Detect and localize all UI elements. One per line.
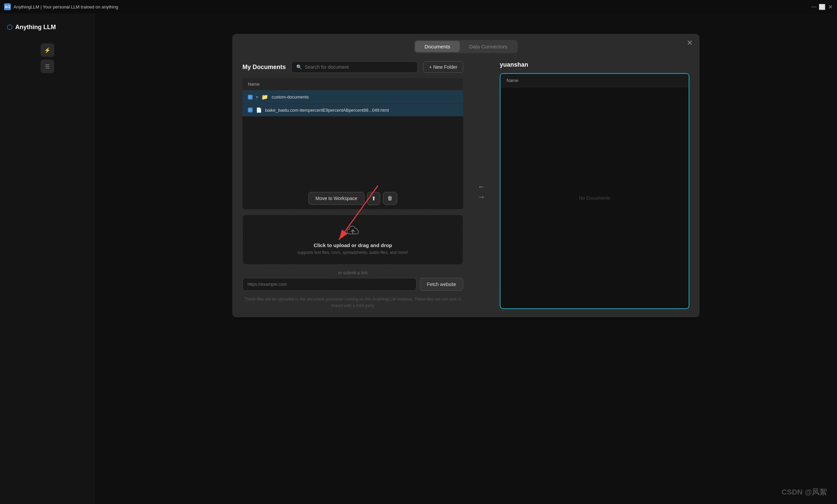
sidebar-logo: ⬡ Anything LLM	[0, 14, 95, 41]
left-arrow-icon: ←	[478, 182, 485, 191]
app-title: AnythingLLM | Your personal LLM trained …	[14, 4, 118, 10]
chevron-icon: ▾	[256, 95, 258, 100]
tab-bar: Documents Data Connectors	[232, 34, 699, 53]
folder-row-custom-documents[interactable]: ✓ ▾ 📁 custom-documents	[243, 90, 463, 104]
minimize-button[interactable]: —	[811, 4, 817, 10]
link-section: or submit a link Fetch website	[243, 270, 463, 291]
file-list: Name ✓ ▾ 📁 custom-documents ✓ 📄 b	[243, 78, 463, 209]
search-box[interactable]: 🔍	[291, 61, 418, 73]
workspace-docs-header: Name	[500, 74, 689, 87]
watermark: CSDN @风絮	[782, 487, 827, 497]
right-panel: yuanshan Name No Documents	[500, 61, 689, 309]
folder-checkbox[interactable]: ✓	[248, 95, 253, 100]
privacy-note: These files will be uploaded to the docu…	[243, 296, 463, 309]
file-icon: 📄	[256, 107, 262, 113]
main-content: Documents Data Connectors ✕ My Documents…	[95, 14, 837, 504]
my-documents-title: My Documents	[243, 64, 286, 71]
delete-icon: 🗑	[387, 195, 393, 201]
save-icon: ⬆	[371, 195, 376, 202]
link-row: Fetch website	[243, 278, 463, 291]
upload-title: Click to upload or drag and drop	[252, 242, 453, 248]
maximize-button[interactable]: ⬜	[819, 4, 825, 10]
file-checkbox[interactable]: ✓	[248, 108, 253, 112]
sidebar: ⬡ Anything LLM ⚡ ☰	[0, 14, 95, 504]
document-manager-modal: Documents Data Connectors ✕ My Documents…	[232, 34, 699, 317]
tab-documents[interactable]: Documents	[415, 41, 460, 52]
right-arrow-icon: →	[478, 193, 485, 201]
file-list-header: Name	[243, 78, 463, 90]
transfer-arrows: ← →	[471, 61, 492, 309]
logo-text: Anything LLM	[15, 24, 56, 31]
link-label: or submit a link	[243, 270, 463, 275]
workspace-title: yuanshan	[500, 61, 689, 68]
modal-overlay: Documents Data Connectors ✕ My Documents…	[95, 14, 837, 504]
new-folder-button[interactable]: + New Folder	[423, 61, 463, 73]
sidebar-item-2[interactable]: ☰	[41, 59, 54, 73]
file-list-spacer	[243, 116, 463, 188]
left-panel: My Documents 🔍 + New Folder Name ✓	[243, 61, 463, 309]
search-icon: 🔍	[296, 64, 302, 70]
action-bar: Move to Workspace ⬆ 🗑	[243, 188, 463, 209]
tab-data-connectors[interactable]: Data Connectors	[460, 41, 517, 52]
app-logo: AO	[4, 3, 11, 10]
modal-close-button[interactable]: ✕	[687, 39, 693, 47]
upload-subtitle: supports text files, csv's, spreadsheets…	[252, 250, 453, 255]
docs-header: My Documents 🔍 + New Folder	[243, 61, 463, 73]
file-name: baike_baidu.com-itempercentE9percentABpe…	[265, 108, 458, 113]
delete-button[interactable]: 🗑	[383, 192, 397, 205]
modal-body: My Documents 🔍 + New Folder Name ✓	[232, 53, 699, 317]
move-to-workspace-button[interactable]: Move to Workspace	[308, 192, 364, 205]
upload-icon	[252, 224, 453, 239]
folder-name: custom-documents	[271, 94, 458, 100]
fetch-website-button[interactable]: Fetch website	[420, 278, 463, 291]
logo-icon: ⬡	[7, 23, 13, 31]
url-input[interactable]	[243, 278, 416, 291]
window-controls: — ⬜ ✕	[811, 4, 833, 10]
sidebar-item-1[interactable]: ⚡	[41, 43, 54, 57]
tab-container: Documents Data Connectors	[414, 40, 518, 53]
workspace-empty-label: No Documents	[500, 87, 689, 308]
workspace-docs-panel: Name No Documents	[500, 73, 689, 309]
close-window-button[interactable]: ✕	[827, 4, 833, 10]
upload-area[interactable]: Click to upload or drag and drop support…	[243, 215, 463, 265]
search-input[interactable]	[305, 64, 413, 70]
file-row-baike[interactable]: ✓ 📄 baike_baidu.com-itempercentE9percent…	[243, 104, 463, 116]
save-to-files-button[interactable]: ⬆	[367, 192, 380, 205]
titlebar: AO AnythingLLM | Your personal LLM train…	[0, 0, 837, 14]
folder-icon: 📁	[262, 94, 268, 100]
